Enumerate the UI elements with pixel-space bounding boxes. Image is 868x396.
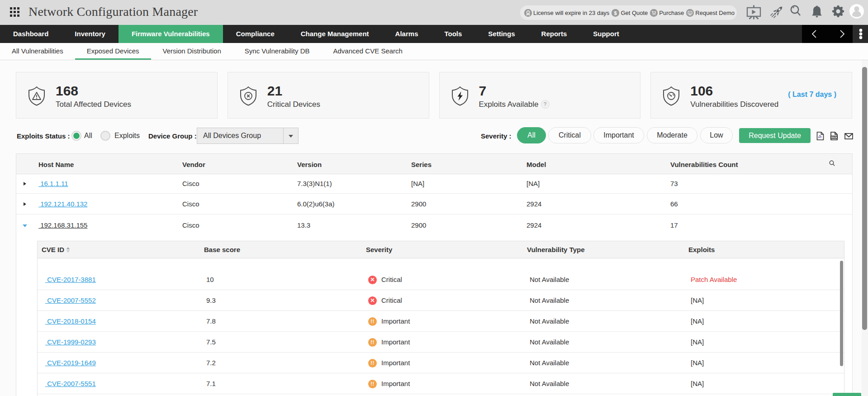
svg-text:CSV: CSV [832,136,836,138]
